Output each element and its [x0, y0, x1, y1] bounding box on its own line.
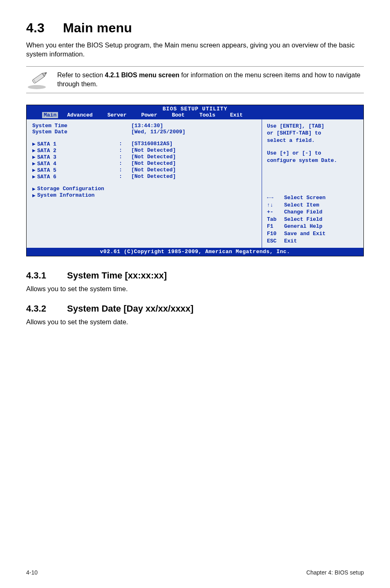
key-hint: F10Save and Exit: [267, 230, 359, 238]
sata-2-value: [Not Detected]: [131, 147, 258, 154]
sata-4-label: SATA 4: [37, 161, 56, 167]
bios-tab-boot[interactable]: Boot: [172, 112, 192, 118]
key-hint: +-Change Field: [267, 209, 359, 216]
system-date-value: [Wed, 11/25/2009]: [131, 129, 258, 135]
subsection-body: Allows you to set the system date.: [26, 318, 364, 326]
subsection-title: System Time [xx:xx:xx]: [67, 270, 167, 281]
sata-4-row[interactable]: ▶SATA 4 : [Not Detected]: [32, 160, 258, 167]
sata-2-row[interactable]: ▶SATA 2 : [Not Detected]: [32, 147, 258, 154]
sata-6-row[interactable]: ▶SATA 6 : [Not Detected]: [32, 173, 258, 180]
submenu-arrow-icon: ▶: [32, 192, 37, 199]
bios-tab-advanced[interactable]: Advanced: [67, 112, 100, 118]
sata-6-value: [Not Detected]: [131, 173, 258, 180]
section-number: 4.3: [26, 20, 63, 36]
note-ref: 4.2.1 BIOS menu screen: [105, 72, 179, 79]
document-page: 4.3Main menu When you enter the BIOS Set…: [0, 0, 390, 353]
key-hint: TabSelect Field: [267, 216, 359, 223]
sata-5-value: [Not Detected]: [131, 167, 258, 173]
system-date-row[interactable]: System Date [Wed, 11/25/2009]: [32, 129, 258, 135]
submenu-arrow-icon: ▶: [32, 154, 37, 160]
note-text: Refer to section 4.2.1 BIOS menu screen …: [57, 71, 364, 88]
help-line: Use [ENTER], [TAB]: [267, 123, 359, 130]
help-line: select a field.: [267, 137, 359, 144]
bios-title: BIOS SETUP UTILITY: [27, 106, 363, 112]
bios-tab-exit[interactable]: Exit: [230, 112, 250, 118]
sata-1-label: SATA 1: [37, 141, 56, 147]
storage-configuration-row[interactable]: ▶Storage Configuration: [32, 186, 258, 192]
sata-3-value: [Not Detected]: [131, 154, 258, 160]
submenu-arrow-icon: ▶: [32, 186, 37, 192]
bios-body: System Time [13:44:30] System Date [Wed,…: [27, 119, 363, 248]
pencil-note-icon: [26, 69, 50, 90]
subsection-heading: 4.3.1System Time [xx:xx:xx]: [26, 270, 364, 281]
section-title-text: Main menu: [63, 20, 132, 35]
sata-3-row[interactable]: ▶SATA 3 : [Not Detected]: [32, 154, 258, 160]
bios-left-pane: System Time [13:44:30] System Date [Wed,…: [27, 119, 262, 248]
note-callout: Refer to section 4.2.1 BIOS menu screen …: [26, 66, 364, 93]
bios-footer: v02.61 (C)Copyright 1985-2009, American …: [27, 248, 363, 256]
sata-5-row[interactable]: ▶SATA 5 : [Not Detected]: [32, 167, 258, 173]
page-number: 4-10: [26, 569, 38, 576]
sata-5-label: SATA 5: [37, 167, 56, 173]
section-intro: When you enter the BIOS Setup program, t…: [26, 40, 364, 59]
sata-2-label: SATA 2: [37, 148, 56, 154]
submenu-arrow-icon: ▶: [32, 160, 37, 167]
key-hint: ←→Select Screen: [267, 194, 359, 202]
bios-screenshot: BIOS SETUP UTILITY Main Advanced Server …: [26, 105, 364, 257]
bios-tab-tools[interactable]: Tools: [199, 112, 223, 118]
system-information-label: System Information: [37, 192, 94, 199]
subsection-number: 4.3.2: [26, 303, 67, 314]
key-hint: ESCExit: [267, 238, 359, 245]
bios-header: BIOS SETUP UTILITY Main Advanced Server …: [27, 105, 363, 119]
subsection-heading: 4.3.2System Date [Day xx/xx/xxxx]: [26, 303, 364, 314]
bios-tab-main[interactable]: Main: [42, 112, 58, 118]
svg-point-0: [28, 85, 46, 89]
submenu-arrow-icon: ▶: [32, 141, 37, 147]
sata-1-row[interactable]: ▶SATA 1 : [ST3160812AS]: [32, 141, 258, 147]
svg-rect-1: [32, 73, 44, 83]
system-time-row[interactable]: System Time [13:44:30]: [32, 123, 258, 129]
help-line: configure system Date.: [267, 157, 359, 164]
submenu-arrow-icon: ▶: [32, 173, 37, 180]
sata-1-value: [ST3160812AS]: [131, 141, 258, 147]
system-time-label: System Time: [32, 123, 119, 129]
sata-4-value: [Not Detected]: [131, 160, 258, 167]
storage-configuration-label: Storage Configuration: [37, 186, 104, 192]
sata-3-label: SATA 3: [37, 154, 56, 160]
note-text-a: Refer to section: [57, 72, 105, 79]
help-line: Use [+] or [-] to: [267, 150, 359, 157]
subsection-body: Allows you to set the system time.: [26, 285, 364, 293]
bios-help-pane: Use [ENTER], [TAB] or [SHIFT-TAB] to sel…: [262, 119, 363, 248]
system-information-row[interactable]: ▶System Information: [32, 192, 258, 199]
sata-6-label: SATA 6: [37, 174, 56, 180]
system-date-label: System Date: [32, 129, 119, 135]
submenu-arrow-icon: ▶: [32, 167, 37, 173]
key-hint: ↑↓Select Item: [267, 202, 359, 209]
page-footer: 4-10 Chapter 4: BIOS setup: [26, 569, 364, 576]
bios-tab-server[interactable]: Server: [108, 112, 134, 118]
bios-tabs: Main Advanced Server Power Boot Tools Ex…: [27, 112, 363, 118]
system-time-value: [13:44:30]: [131, 123, 258, 129]
section-heading: 4.3Main menu: [26, 20, 364, 36]
help-line: or [SHIFT-TAB] to: [267, 130, 359, 137]
key-hint: F1General Help: [267, 223, 359, 230]
chapter-label: Chapter 4: BIOS setup: [306, 569, 364, 576]
subsection-title: System Date [Day xx/xx/xxxx]: [67, 303, 193, 314]
submenu-arrow-icon: ▶: [32, 147, 37, 154]
subsection-number: 4.3.1: [26, 270, 67, 281]
bios-tab-power[interactable]: Power: [141, 112, 164, 118]
